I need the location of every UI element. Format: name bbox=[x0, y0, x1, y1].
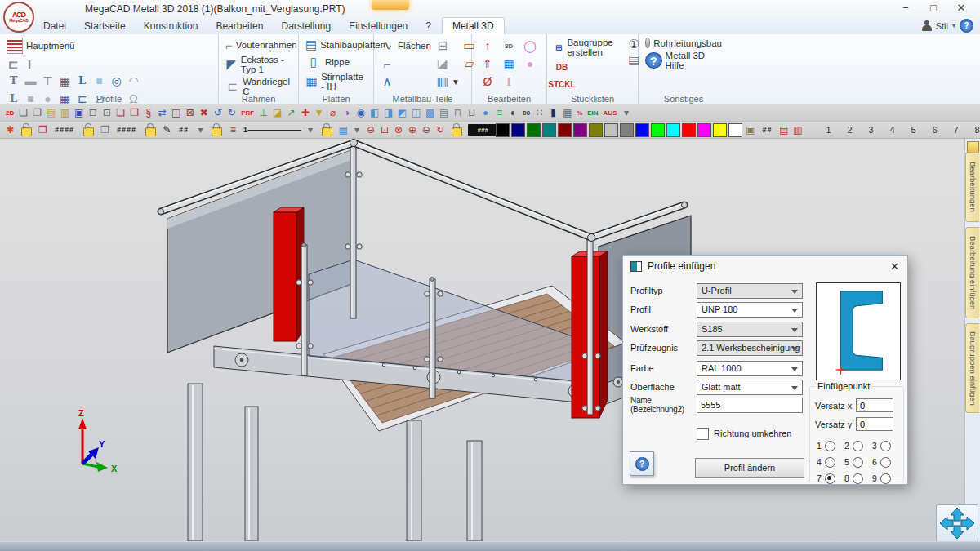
line-type-icon[interactable]: ≡ bbox=[226, 122, 240, 137]
mesh-cylinder-icon[interactable]: ▤ bbox=[437, 105, 451, 120]
hash-field[interactable]: ## bbox=[757, 122, 777, 137]
#000000[interactable] bbox=[496, 123, 510, 137]
versatz-x-input[interactable] bbox=[856, 398, 893, 412]
cylinder-b-icon[interactable]: ⊔ bbox=[465, 105, 479, 120]
oberflaeche-select[interactable]: Glatt matt bbox=[697, 380, 803, 395]
contrast-panel-icon[interactable]: ◐ bbox=[506, 105, 520, 120]
#0000ff[interactable] bbox=[635, 123, 649, 137]
plot-file-icon[interactable]: ❏ bbox=[114, 105, 127, 120]
close-button[interactable]: ✕ bbox=[947, 0, 975, 16]
pan-navigation-control[interactable] bbox=[936, 504, 978, 541]
tab-bearbeitung-einfuegen[interactable]: Bearbeitung einfügen bbox=[965, 227, 979, 318]
lock-color-icon[interactable] bbox=[452, 127, 462, 136]
dropdown-b-icon[interactable]: ▾ bbox=[304, 122, 318, 137]
grating-icon[interactable]: ◪ bbox=[434, 56, 458, 71]
zoom-previous-icon[interactable]: ⊗ bbox=[392, 122, 406, 137]
stahlbauplatten-button[interactable]: ▤Stahlbauplatten bbox=[304, 37, 368, 53]
versatz-y-input[interactable] bbox=[856, 417, 893, 431]
dome-profile-icon[interactable]: ◠ bbox=[125, 72, 142, 90]
stirnplatte-button[interactable]: ▦Stirnplatte - IH bbox=[304, 71, 368, 92]
profil-aendern-button[interactable]: Profil ändern bbox=[695, 458, 804, 478]
dropdown-c-icon[interactable]: ▾ bbox=[350, 122, 364, 137]
7[interactable]: 7 bbox=[945, 125, 966, 135]
iso-box3-icon[interactable]: ◩ bbox=[395, 105, 409, 120]
Darstellung[interactable]: Darstellung bbox=[272, 19, 340, 33]
import-folder-icon[interactable]: ▥ bbox=[58, 105, 72, 120]
cylinder-a-icon[interactable]: ⊓ bbox=[451, 105, 465, 120]
Einstellungen[interactable]: Einstellungen bbox=[340, 19, 416, 33]
new-file-icon[interactable]: ❏ bbox=[16, 105, 30, 120]
link-chain-icon[interactable]: 00 bbox=[520, 105, 532, 120]
color-bars-icon[interactable]: ▥ bbox=[791, 122, 804, 137]
Konstruktion[interactable]: Konstruktion bbox=[135, 19, 207, 33]
6[interactable]: 6 bbox=[924, 125, 945, 135]
swap-pages-icon[interactable]: ⇄ bbox=[155, 105, 169, 120]
minimize-button[interactable]: − bbox=[892, 0, 920, 16]
zoom-out-icon[interactable]: ⊖ bbox=[364, 122, 378, 137]
erase-icon[interactable]: ✖ bbox=[197, 105, 211, 120]
3[interactable] bbox=[880, 441, 891, 451]
#800000[interactable] bbox=[558, 123, 572, 137]
slot-plate-icon[interactable]: ⊟ bbox=[434, 38, 458, 53]
l-profile-blue-icon[interactable]: L bbox=[74, 72, 91, 90]
globe-view-icon[interactable]: ◉ bbox=[354, 105, 368, 120]
#800080[interactable] bbox=[573, 123, 587, 137]
new-window-icon[interactable]: ◫ bbox=[169, 105, 183, 120]
baugruppe-erstellen-button[interactable]: ⊞Baugruppe erstellen bbox=[552, 37, 621, 58]
more-dropdown-icon[interactable]: ▾ bbox=[620, 105, 634, 120]
c-profile-icon[interactable]: ⊏ bbox=[5, 57, 21, 72]
redo-icon[interactable]: ↻ bbox=[225, 105, 238, 120]
workplane-icon[interactable]: ◪ bbox=[270, 105, 284, 120]
rtr-percent-icon[interactable]: % bbox=[574, 105, 585, 120]
lock-linetype-icon[interactable] bbox=[212, 127, 222, 136]
?[interactable]: ? bbox=[416, 19, 440, 33]
viewport-3d[interactable]: Z X Y Bearbeitungen Bearbeitung einfügen… bbox=[0, 139, 980, 541]
ein-toggle-icon[interactable]: EIN bbox=[585, 105, 600, 120]
Datei[interactable]: Datei bbox=[34, 19, 75, 33]
prf-page-icon[interactable]: PRF bbox=[238, 105, 256, 120]
undo-icon[interactable]: ↺ bbox=[211, 105, 225, 120]
edit-pencil-icon[interactable]: ✎ bbox=[160, 122, 174, 137]
megacad-logo[interactable]: ΛCD MegaCAD bbox=[3, 2, 34, 33]
7[interactable] bbox=[825, 473, 835, 484]
save-file-icon[interactable]: ▣ bbox=[72, 105, 86, 120]
4[interactable] bbox=[825, 457, 835, 468]
extend-beam-icon[interactable]: ↑ bbox=[477, 37, 498, 55]
grid-pattern-icon[interactable]: ▦ bbox=[336, 122, 350, 137]
lock-group-icon[interactable] bbox=[83, 127, 94, 136]
9[interactable] bbox=[880, 473, 891, 484]
move-axis-icon[interactable]: ✚ bbox=[298, 105, 312, 120]
db-panel-icon[interactable]: ▮ bbox=[546, 105, 560, 120]
torus-pink-icon[interactable]: ◯ bbox=[519, 37, 541, 55]
#ff00ff[interactable] bbox=[697, 123, 711, 137]
hauptmenu-button[interactable]: Hauptmenü bbox=[5, 37, 77, 55]
lock-pattern-icon[interactable] bbox=[322, 127, 332, 136]
tab-metall-3d[interactable]: Metall 3D bbox=[442, 17, 505, 35]
bent-plate-icon[interactable]: ⌐ bbox=[379, 56, 431, 71]
render-panel-icon[interactable]: ▩ bbox=[423, 105, 437, 120]
group-field[interactable]: #### bbox=[112, 122, 141, 137]
louver-panel-icon[interactable]: ▥▾ bbox=[434, 74, 458, 89]
axes-3d-icon[interactable]: ⊥ bbox=[256, 105, 270, 120]
db-liste-icon[interactable]: DB bbox=[552, 59, 621, 75]
voutenrahmen-button[interactable]: ⌐Voutenrahmen bbox=[224, 37, 293, 53]
#007000[interactable] bbox=[527, 123, 541, 137]
dialog-close-button[interactable]: ✕ bbox=[890, 260, 899, 273]
ibeam-ghost-icon[interactable]: I bbox=[498, 73, 519, 91]
eckstoss-button[interactable]: ◤Eckstoss - Typ 1 bbox=[224, 54, 293, 75]
zoom-window-icon[interactable]: ⊡ bbox=[378, 122, 392, 137]
#00ff00[interactable] bbox=[651, 123, 665, 137]
3[interactable]: 3 bbox=[860, 125, 881, 135]
#00ffff[interactable] bbox=[666, 123, 680, 137]
t-wide-profile-icon[interactable]: ⊤ bbox=[39, 72, 56, 90]
2[interactable] bbox=[853, 441, 863, 451]
zigzag-profile-icon[interactable]: ∧ bbox=[379, 74, 431, 89]
5[interactable]: 5 bbox=[902, 125, 924, 135]
iso-box-icon[interactable]: ◧ bbox=[368, 105, 381, 120]
tab-baugruppen-einfuegen[interactable]: Baugruppen einfügen bbox=[965, 323, 979, 413]
t-profile-icon[interactable]: T bbox=[5, 72, 22, 90]
#ffffff[interactable] bbox=[728, 123, 742, 137]
shorten-beam-icon[interactable]: ⇑ bbox=[477, 55, 498, 73]
zoom-minus-icon[interactable]: ⊖ bbox=[420, 122, 434, 137]
iso-box4-icon[interactable]: ◫ bbox=[409, 105, 423, 120]
